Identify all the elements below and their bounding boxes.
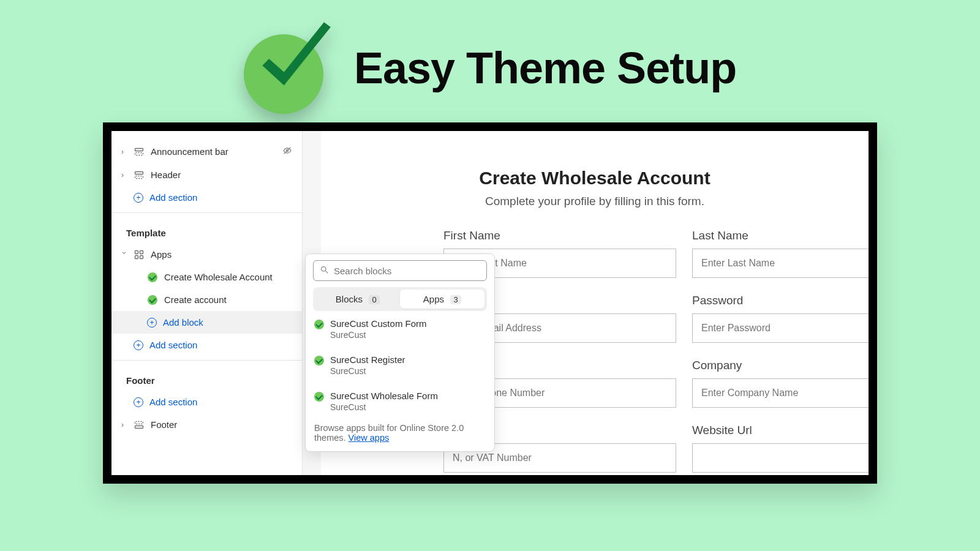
template-heading: Template: [111, 217, 302, 243]
checkmark-icon: [252, 17, 336, 100]
last-name-input[interactable]: [692, 249, 869, 278]
chevron-right-icon: ›: [121, 171, 127, 179]
footer-icon: [134, 420, 145, 430]
sidebar-item-footer[interactable]: › Footer: [111, 413, 302, 436]
field-password: Password: [692, 294, 869, 343]
hero-banner: Easy Theme Setup: [0, 0, 980, 126]
tab-apps-count: 3: [450, 295, 461, 304]
svg-rect-4: [135, 171, 143, 174]
company-label: Company: [692, 359, 869, 372]
add-section-label: Add section: [149, 397, 197, 407]
add-block-popover: Blocks 0 Apps 3 SureCust Custom Form Sur…: [305, 253, 495, 452]
tab-apps-label: Apps: [423, 294, 444, 304]
sidebar-item-apps[interactable]: › Apps: [111, 243, 302, 266]
svg-rect-7: [140, 250, 143, 253]
password-input[interactable]: [692, 313, 869, 343]
chevron-right-icon: ›: [121, 421, 127, 429]
view-apps-link[interactable]: View apps: [349, 433, 390, 443]
company-input[interactable]: [692, 378, 869, 408]
app-check-icon: [148, 295, 157, 305]
app-item-title: SureCust Wholesale Form: [330, 391, 438, 401]
tab-apps[interactable]: Apps 3: [400, 290, 484, 309]
svg-rect-9: [140, 255, 143, 258]
app-item-sub: SureCust: [330, 402, 438, 412]
search-blocks-input[interactable]: [334, 266, 480, 276]
app-item-register[interactable]: SureCust Register SureCust: [313, 347, 487, 383]
divider: [111, 360, 302, 361]
add-block-label: Add block: [163, 317, 203, 328]
chevron-down-icon: ›: [120, 252, 129, 258]
form-heading: Create Wholesale Account: [321, 168, 869, 189]
sidebar-item-label: Header: [151, 170, 292, 180]
sidebar-item-create-wholesale[interactable]: Create Wholesale Account: [111, 266, 302, 288]
field-company: Company: [692, 359, 869, 408]
app-check-icon: [148, 272, 157, 282]
app-check-icon: [314, 392, 324, 402]
sidebar-item-create-account[interactable]: Create account: [111, 288, 302, 311]
editor-screen: › Announcement bar › Header + Add sectio…: [111, 131, 869, 475]
cutoff-header-label: [111, 131, 302, 140]
svg-line-13: [325, 271, 328, 273]
footer-heading: Footer: [111, 364, 302, 391]
app-item-wholesale-form[interactable]: SureCust Wholesale Form SureCust: [313, 383, 487, 419]
website-input[interactable]: [692, 443, 869, 473]
plus-circle-icon: +: [134, 193, 143, 203]
app-item-title: SureCust Register: [330, 354, 405, 365]
app-check-icon: [314, 356, 324, 365]
svg-rect-1: [135, 152, 143, 155]
tab-blocks-count: 0: [369, 295, 380, 304]
add-section-label: Add section: [149, 340, 197, 350]
add-section-label: Add section: [149, 192, 197, 203]
search-blocks-input-wrap[interactable]: [313, 260, 487, 281]
app-item-sub: SureCust: [330, 330, 427, 340]
app-item-custom-form[interactable]: SureCust Custom Form SureCust: [313, 311, 487, 347]
search-icon: [320, 265, 329, 276]
sidebar-item-label: Create Wholesale Account: [164, 272, 273, 282]
svg-rect-5: [135, 176, 143, 178]
chevron-right-icon: ›: [121, 148, 127, 156]
checkmark-hero-icon: [244, 22, 336, 114]
website-label: Website Url: [692, 424, 869, 437]
svg-point-12: [322, 267, 326, 272]
svg-rect-8: [135, 255, 138, 258]
tab-blocks[interactable]: Blocks 0: [315, 290, 400, 309]
sidebar-item-header[interactable]: › Header: [111, 163, 302, 186]
divider: [111, 212, 302, 213]
app-check-icon: [314, 320, 324, 329]
svg-rect-0: [135, 148, 143, 151]
sidebar-item-label: Announcement bar: [151, 146, 276, 157]
plus-circle-icon: +: [147, 318, 157, 328]
hero-title: Easy Theme Setup: [354, 43, 736, 93]
last-name-label: Last Name: [692, 229, 869, 242]
visibility-off-icon[interactable]: [282, 146, 292, 157]
sidebar-item-label: Create account: [164, 294, 227, 305]
add-section-header-button[interactable]: + Add section: [111, 186, 302, 209]
browse-apps-text: Browse apps built for Online Store 2.0 t…: [313, 419, 487, 443]
section-icon: [134, 147, 145, 157]
plus-circle-icon: +: [134, 397, 143, 407]
app-item-sub: SureCust: [330, 366, 405, 376]
screenshot-frame: › Announcement bar › Header + Add sectio…: [103, 122, 877, 484]
tab-blocks-label: Blocks: [336, 294, 363, 304]
add-section-template-button[interactable]: + Add section: [111, 334, 302, 356]
svg-rect-10: [135, 421, 143, 424]
sidebar-item-label: Footer: [151, 419, 292, 430]
sidebar-item-announcement-bar[interactable]: › Announcement bar: [111, 140, 302, 163]
section-icon: [134, 170, 145, 180]
app-item-title: SureCust Custom Form: [330, 318, 427, 329]
apps-icon: [134, 250, 145, 260]
field-last-name: Last Name: [692, 229, 869, 278]
password-label: Password: [692, 294, 869, 307]
sections-sidebar: › Announcement bar › Header + Add sectio…: [111, 131, 303, 475]
add-block-button[interactable]: + Add block: [111, 311, 302, 334]
add-section-footer-button[interactable]: + Add section: [111, 391, 302, 413]
svg-rect-6: [135, 250, 138, 253]
field-website: Website Url: [692, 424, 869, 473]
sidebar-item-label: Apps: [151, 249, 292, 260]
svg-rect-11: [135, 425, 143, 428]
block-tabs: Blocks 0 Apps 3: [313, 287, 487, 311]
form-subtitle: Complete your profile by filling in this…: [321, 195, 869, 208]
first-name-label: First Name: [443, 229, 676, 242]
plus-circle-icon: +: [134, 340, 143, 350]
